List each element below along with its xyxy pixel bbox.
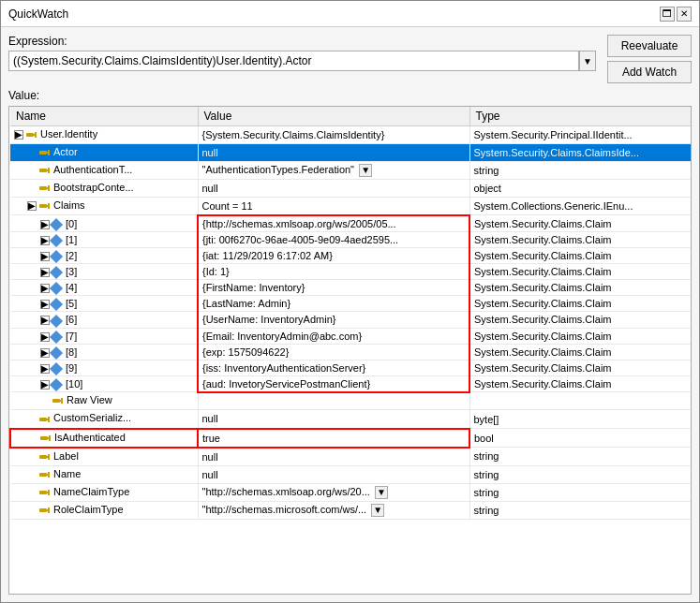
type-cell: System.Security.Claims.Claim	[469, 328, 692, 344]
type-cell: System.Security.Claims.Claim	[469, 215, 692, 232]
row-value-text: {iss: InventoryAuthenticationServer}	[202, 362, 365, 374]
row-value-text: {FirstName: Inventory}	[202, 282, 305, 293]
name-cell: RoleClaimType	[10, 501, 198, 519]
value-cell	[198, 392, 469, 410]
table-row[interactable]: ▶[7]{Email: InventoryAdmin@abc.com}Syste…	[10, 328, 692, 344]
value-label: Value:	[8, 89, 692, 102]
expression-input[interactable]	[8, 51, 579, 71]
row-value-text: null	[202, 147, 218, 158]
table-row[interactable]: ▶[4]{FirstName: Inventory}System.Securit…	[10, 280, 692, 296]
row-name-text: [0]	[66, 218, 77, 229]
svg-rect-41	[45, 492, 50, 493]
row-value-text: null	[202, 183, 218, 194]
row-value-text: "AuthenticationTypes.Federation"	[202, 164, 355, 175]
svg-rect-3	[35, 136, 37, 138]
table-row[interactable]: IsAuthenticatedtruebool	[10, 429, 692, 448]
svg-rect-38	[48, 472, 50, 474]
type-cell: object	[469, 180, 692, 198]
expand-icon[interactable]: ▶	[27, 201, 37, 211]
row-name-text: [5]	[66, 298, 77, 309]
col-header-name: Name	[10, 107, 198, 126]
row-name-text: NameClaimType	[53, 486, 129, 497]
table-row[interactable]: ▶ClaimsCount = 11System.Collections.Gene…	[10, 198, 692, 215]
row-name-text: [2]	[66, 250, 77, 261]
value-cell: null	[198, 144, 469, 162]
name-cell: Label	[10, 448, 198, 466]
expand-icon[interactable]: ▶	[40, 380, 50, 390]
table-row[interactable]: ▶[3]{Id: 1}System.Security.Claims.Claim	[10, 264, 692, 280]
value-cell: {UserName: InventoryAdmin}	[198, 312, 469, 328]
svg-rect-18	[48, 203, 50, 205]
type-cell: System.Security.Claims.Claim	[469, 360, 692, 375]
expand-icon[interactable]: ▶	[40, 220, 50, 229]
table-row[interactable]: ▶[8]{exp: 1575094622}System.Security.Cla…	[10, 344, 692, 360]
table-row[interactable]: BootstrapConte...nullobject	[10, 180, 692, 198]
expand-icon[interactable]: ▶	[40, 300, 50, 309]
svg-rect-14	[48, 185, 50, 187]
table-row[interactable]: ▶[5]{LastName: Admin}System.Security.Cla…	[10, 296, 692, 312]
table-row[interactable]: ▶[2]{iat: 11/29/2019 6:17:02 AM}System.S…	[10, 248, 692, 264]
diamond-icon	[50, 378, 63, 391]
diamond-icon	[50, 331, 63, 344]
svg-rect-37	[45, 474, 50, 476]
value-cell: {System.Security.Claims.ClaimsIdentity}	[198, 126, 469, 144]
type-cell: string	[469, 465, 692, 483]
table-row[interactable]: NameClaimType"http://schemas.xmlsoap.org…	[10, 483, 692, 501]
name-cell: BootstrapConte...	[10, 180, 198, 198]
table-row[interactable]: Namenullstring	[10, 465, 692, 483]
svg-rect-6	[48, 150, 50, 152]
table-row[interactable]: ▶[9]{iss: InventoryAuthenticationServer}…	[10, 360, 692, 375]
type-cell: string	[469, 162, 692, 180]
row-name-text: Claims	[53, 199, 85, 211]
row-name-text: AuthenticationT...	[53, 164, 132, 175]
value-cell: Count = 11	[198, 198, 469, 215]
expand-icon[interactable]: ▶	[40, 236, 50, 245]
table-row[interactable]: Raw View	[10, 392, 692, 410]
table-row[interactable]: ▶User.Identity{System.Security.Claims.Cl…	[10, 126, 692, 144]
title-bar: QuickWatch 🗖 ✕	[1, 1, 699, 27]
expand-icon[interactable]: ▶	[40, 284, 50, 293]
svg-rect-23	[61, 402, 63, 404]
table-row[interactable]: AuthenticationT..."AuthenticationTypes.F…	[10, 162, 692, 180]
row-name-text: [9]	[66, 362, 77, 374]
table-header-row: Name Value Type	[10, 107, 692, 126]
search-icon[interactable]: ▼	[375, 486, 388, 499]
table-row[interactable]: Labelnullstring	[10, 448, 692, 466]
name-cell: ▶[0]	[10, 215, 198, 232]
svg-rect-5	[45, 152, 50, 154]
table-row[interactable]: ▶[6]{UserName: InventoryAdmin}System.Sec…	[10, 312, 692, 328]
search-icon[interactable]: ▼	[371, 504, 384, 517]
svg-rect-45	[45, 509, 50, 511]
value-cell: {aud: InvetoryServicePostmanClient}	[198, 375, 469, 392]
search-icon[interactable]: ▼	[359, 164, 372, 177]
add-watch-button[interactable]: Add Watch	[607, 61, 692, 83]
expand-icon[interactable]: ▶	[40, 348, 50, 358]
table-row[interactable]: CustomSerializ...nullbyte[]	[10, 410, 692, 429]
row-name-text: RoleClaimType	[53, 504, 124, 515]
table-row[interactable]: ▶[1]{jti: 00f6270c-96ae-4005-9e09-4aed25…	[10, 231, 692, 247]
table-row[interactable]: ActornullSystem.Security.Claims.ClaimsId…	[10, 144, 692, 162]
property-icon	[25, 128, 38, 141]
reevaluate-button[interactable]: Reevaluate	[607, 35, 692, 57]
expand-icon[interactable]: ▶	[14, 130, 23, 140]
expand-icon[interactable]: ▶	[40, 252, 50, 261]
svg-rect-46	[48, 507, 50, 509]
name-cell: Name	[10, 465, 198, 483]
name-cell: ▶[2]	[10, 248, 198, 264]
table-row[interactable]: RoleClaimType"http://schemas.microsoft.c…	[10, 501, 692, 519]
table-row[interactable]: ▶[10]{aud: InvetoryServicePostmanClient}…	[10, 375, 692, 392]
name-cell: AuthenticationT...	[10, 162, 198, 180]
close-button[interactable]: ✕	[677, 7, 692, 22]
row-value-text: null	[202, 469, 218, 480]
type-cell: System.Security.Claims.Claim	[469, 280, 692, 296]
restore-button[interactable]: 🗖	[660, 7, 675, 22]
expand-icon[interactable]: ▶	[40, 364, 50, 374]
watch-table-container: Name Value Type ▶User.Identity{System.Se…	[8, 106, 692, 595]
row-name-text: [7]	[66, 331, 77, 342]
svg-rect-22	[61, 398, 63, 400]
table-row[interactable]: ▶[0]{http://schemas.xmlsoap.org/ws/2005/…	[10, 215, 692, 232]
row-value-text: {System.Security.Claims.ClaimsIdentity}	[202, 129, 385, 140]
expression-dropdown[interactable]: ▼	[579, 51, 596, 71]
expand-icon[interactable]: ▶	[40, 268, 50, 277]
row-value-text: {LastName: Admin}	[202, 298, 290, 309]
